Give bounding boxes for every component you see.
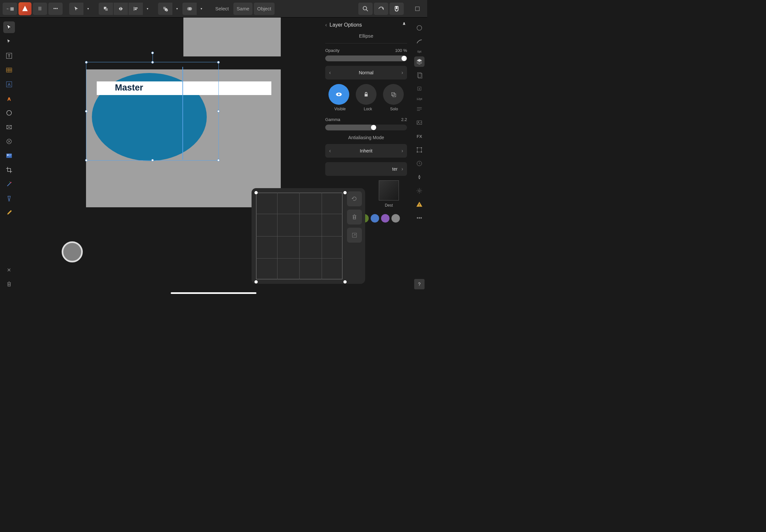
paragraph-studio-icon[interactable] <box>414 104 425 114</box>
svg-rect-16 <box>6 68 12 72</box>
resize-handle-nw[interactable] <box>85 61 88 64</box>
swatch-gray[interactable] <box>392 214 400 223</box>
popup-delete-button[interactable] <box>347 210 362 224</box>
object-menu[interactable]: Object <box>254 3 274 15</box>
visible-toggle[interactable] <box>328 84 349 105</box>
more-studio-icon[interactable]: ••• <box>414 213 425 223</box>
visible-label: Visible <box>334 107 346 111</box>
swatch-blue[interactable] <box>371 214 379 223</box>
menu-button[interactable]: ☰ <box>33 3 47 15</box>
crop-tool[interactable] <box>3 164 15 176</box>
character-studio-icon[interactable]: a <box>414 84 425 94</box>
svg-rect-2 <box>134 7 134 11</box>
lock-toggle[interactable] <box>356 84 376 105</box>
popup-reset-button[interactable] <box>347 191 362 206</box>
fill-tool[interactable] <box>3 193 15 204</box>
history-studio-icon[interactable] <box>414 158 425 169</box>
arrange-button[interactable] <box>99 3 113 15</box>
color-picker-tool[interactable] <box>3 207 15 219</box>
close-tool[interactable]: ✕ <box>3 264 15 276</box>
node-cursor-icon <box>6 39 12 44</box>
gamma-slider[interactable] <box>325 125 407 130</box>
navigator-studio-icon[interactable] <box>414 172 425 182</box>
brush-studio-icon[interactable] <box>414 36 425 47</box>
boolean-button[interactable] <box>182 3 197 15</box>
help-icon[interactable]: ? <box>414 279 425 289</box>
swatch-purple[interactable] <box>381 214 390 223</box>
shape-tool[interactable] <box>3 136 15 147</box>
antialiasing-dropdown[interactable]: ‹ Inherit › <box>325 144 407 158</box>
blend-mode-dropdown[interactable]: ‹ Normal › <box>325 66 407 79</box>
dest-label: Dest <box>385 203 393 208</box>
grid-handle-br[interactable] <box>343 280 346 284</box>
move-tool[interactable] <box>3 21 15 33</box>
app-logo[interactable] <box>18 2 31 15</box>
more-button[interactable]: ••• <box>48 3 63 15</box>
transform-grid[interactable] <box>255 191 344 281</box>
trash-tool[interactable] <box>3 278 15 290</box>
resize-handle-ne[interactable] <box>217 61 220 64</box>
grid-handle-tl[interactable] <box>254 191 258 194</box>
artboard-secondary[interactable] <box>183 18 281 56</box>
select-menu[interactable]: Select <box>212 3 232 15</box>
text-a-icon: A <box>6 81 13 88</box>
node-tool[interactable] <box>3 36 15 47</box>
frame-text-tool[interactable]: T <box>3 50 15 62</box>
grid-handle-tr[interactable] <box>343 191 346 194</box>
ter-label: ter <box>392 166 397 172</box>
settings-studio-icon[interactable] <box>414 186 425 196</box>
svg-point-23 <box>6 111 11 115</box>
svg-rect-47 <box>418 148 422 152</box>
table-tool[interactable] <box>3 64 15 76</box>
resize-handle-se[interactable] <box>217 159 220 162</box>
align-dropdown[interactable]: ▾ <box>143 3 152 15</box>
snapping-button[interactable] <box>390 3 404 15</box>
boolean-dropdown[interactable]: ▾ <box>197 3 205 15</box>
stroke-width-label: 0pt <box>418 50 422 53</box>
popup-expand-button[interactable] <box>347 228 362 243</box>
resize-handle-n[interactable] <box>151 61 154 64</box>
grid-handle-bl[interactable] <box>254 280 258 284</box>
artistic-text-tool[interactable]: A <box>3 79 15 90</box>
panel-back-icon[interactable]: ‹ <box>325 22 327 28</box>
fx-studio-icon[interactable]: FX <box>414 131 425 141</box>
rectangle-tool[interactable] <box>3 121 15 133</box>
stock-studio-icon[interactable] <box>414 117 425 128</box>
resize-handle-s[interactable] <box>151 159 154 162</box>
pen-tool[interactable] <box>3 93 15 104</box>
same-menu[interactable]: Same <box>233 3 252 15</box>
picture-frame-tool[interactable] <box>3 150 15 162</box>
dest-swatch[interactable] <box>379 180 399 200</box>
move-tool-button[interactable] <box>69 3 83 15</box>
resize-handle-sw[interactable] <box>85 159 88 162</box>
flip-horizontal-button[interactable] <box>114 3 128 15</box>
selection-bounding-box <box>86 62 219 161</box>
resize-handle-e[interactable] <box>217 110 220 113</box>
transform-studio-icon[interactable] <box>414 145 425 155</box>
layers-studio-icon[interactable] <box>414 56 425 67</box>
home-indicator[interactable] <box>171 292 256 294</box>
fullscreen-button[interactable] <box>410 3 425 15</box>
solo-toggle[interactable] <box>383 84 404 105</box>
pin-icon[interactable] <box>401 21 407 29</box>
opacity-slider[interactable] <box>325 55 407 61</box>
back-button[interactable]: ←▦ <box>3 3 17 15</box>
rotate-handle[interactable] <box>151 52 154 54</box>
zoom-button[interactable] <box>358 3 372 15</box>
svg-line-12 <box>366 9 368 11</box>
warning-studio-icon[interactable]: ! <box>414 199 425 210</box>
ter-dropdown[interactable]: ter › <box>325 162 407 176</box>
resize-handle-w[interactable] <box>85 110 88 113</box>
picture-icon <box>6 152 13 159</box>
preview-button[interactable] <box>374 3 388 15</box>
quick-menu-trigger[interactable] <box>62 241 83 262</box>
ellipse-tool[interactable] <box>3 107 15 119</box>
insert-button[interactable]: + <box>158 3 172 15</box>
pages-studio-icon[interactable] <box>414 70 425 80</box>
vector-brush-tool[interactable] <box>3 178 15 190</box>
move-tool-dropdown[interactable]: ▾ <box>84 3 92 15</box>
solo-label: Solo <box>390 107 398 111</box>
insert-dropdown[interactable]: ▾ <box>173 3 181 15</box>
align-button[interactable] <box>128 3 143 15</box>
circle-studio-icon[interactable] <box>414 23 425 33</box>
